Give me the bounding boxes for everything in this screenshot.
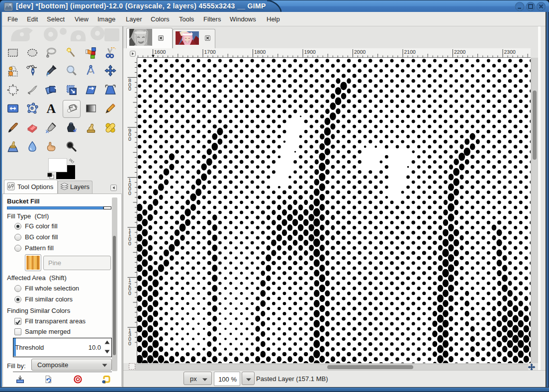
svg-text:0: 0: [128, 136, 131, 142]
svg-text:0: 0: [128, 291, 131, 296]
svg-text:0: 0: [128, 191, 131, 196]
svg-text:2100: 2100: [404, 49, 416, 55]
svg-text:0: 0: [128, 341, 131, 347]
svg-text:2300: 2300: [504, 49, 516, 55]
svg-text:1900: 1900: [304, 49, 316, 55]
svg-text:1700: 1700: [204, 49, 216, 55]
svg-text:0: 0: [128, 86, 131, 92]
svg-text:1600: 1600: [154, 49, 166, 55]
svg-text:A: A: [47, 102, 57, 115]
svg-text:2200: 2200: [454, 49, 466, 55]
svg-text:0: 0: [128, 241, 131, 247]
svg-text:1800: 1800: [254, 49, 266, 55]
svg-text:2000: 2000: [354, 49, 366, 55]
